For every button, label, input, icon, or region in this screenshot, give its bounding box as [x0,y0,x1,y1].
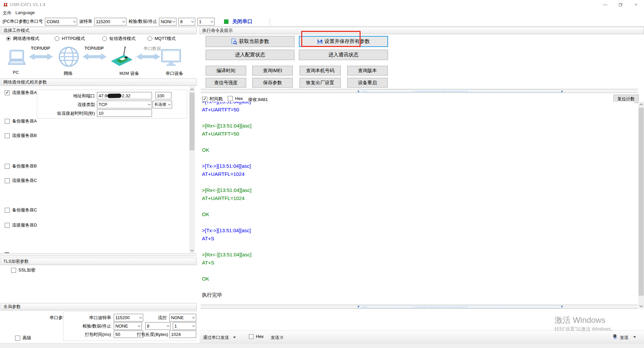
scroll-down-icon[interactable] [638,303,644,309]
enter-config-button[interactable]: 进入配置状态 [206,50,294,60]
menu-language[interactable]: Language [15,10,35,15]
query-phone-number-button[interactable]: 查询本机号码 [300,66,341,76]
query-version-button[interactable]: 查询版本 [347,66,388,76]
scrollbar-thumb[interactable] [639,108,644,296]
chevron-down-icon [211,19,213,22]
query-imei-button[interactable]: 查询IMEI [252,66,293,76]
device-restart-button[interactable]: 设备重启 [347,78,388,88]
params-scrollbar[interactable] [189,87,195,253]
checkbox-connect-server-c[interactable]: 连接服务器C [5,178,37,184]
send-via-serial-button[interactable]: 通过串口发送 [203,335,229,341]
toolbar-divider [270,17,270,26]
mode-mqtt[interactable]: MQTT模式 [148,36,176,42]
log-line: OK [202,275,634,283]
log-hscrollbar-bottom[interactable] [201,305,638,309]
search-doc-icon [231,39,237,45]
checkbox-connect-server-a[interactable]: 连接服务器A [5,90,37,96]
checkbox-advanced[interactable]: 高级 [15,335,31,341]
scrollbar-dots [361,91,560,92]
checkbox-icon [5,90,10,95]
checkbox-backup-server-b[interactable]: 备份服务器B [5,163,37,169]
radio-icon [148,36,152,41]
checkbox-backup-server-c[interactable]: 备份服务器C [5,207,37,213]
mode-httpd[interactable]: HTTPD模式 [55,36,85,42]
baud-select[interactable]: 115200 [94,18,126,26]
log-line [202,202,634,210]
checkbox-connect-server-d[interactable]: 连接服务器D [5,222,37,228]
checkbox-hex-send[interactable]: Hex [249,334,264,339]
short-conn-timeout-label: 短连接超时时间(秒) [37,110,95,116]
keepalive-select[interactable]: 长连接 [153,101,172,108]
scrollbar-thumb[interactable] [190,93,195,150]
close-port-button[interactable]: 关闭串口 [232,18,252,25]
get-params-button[interactable]: 获取当前参数 [206,36,294,47]
link-label-tcpudp-2: TCP/UDP [85,46,104,51]
checkbox-icon [228,96,233,101]
redaction-mark [107,93,121,98]
server-a-port-input[interactable] [155,92,171,99]
uart-stopbits-select[interactable]: 1 [173,322,196,330]
radio-icon [102,36,107,41]
stopbits-select[interactable]: 1 [197,18,215,26]
server-a-address-input[interactable]: 47.92.32 [97,92,152,99]
set-save-params-button[interactable]: 设置并保存所有参数 [299,36,388,47]
compile-time-button[interactable]: 编译时间 [206,66,246,76]
node-label-m2m: M2M 设备 [119,70,139,77]
dropdown-arrow-icon[interactable] [233,337,236,338]
close-button[interactable]: × [628,0,644,9]
checkbox-timestamp[interactable]: 时间戳 [202,96,223,102]
chevron-down-icon [168,103,171,105]
settings-panel: 选择工作模式 网络透传模式 HTTPD模式 短信透传模式 MQTT模式 TCP/… [0,27,197,348]
work-mode-header: 选择工作模式 [1,27,197,34]
save-params-button[interactable]: 保存参数 [252,78,293,88]
uart-parity-select[interactable]: NONE [114,322,142,330]
arrow-icon [136,53,160,60]
databits-select[interactable]: 8 [178,18,195,26]
log-line: AT+UARTFT=50 [202,106,634,114]
baud-label: 波特率 [79,18,92,24]
send-button[interactable]: 发送 [620,335,629,341]
pack-len-input[interactable] [169,331,196,338]
menu-file[interactable]: 文件 [3,10,11,16]
log-line: >[Tx->][13:51:04][asc] [202,162,634,170]
scroll-up-icon[interactable] [638,102,644,107]
dropdown-arrow-icon[interactable] [633,336,636,338]
log-hscrollbar-top[interactable] [201,89,638,93]
restore-icon [619,3,623,7]
minimize-button[interactable]: — [597,0,613,9]
log-vscrollbar[interactable] [638,102,644,309]
query-signal-button[interactable]: 查信号强度 [206,78,246,88]
factory-reset-button[interactable]: 恢复出厂设置 [300,78,341,88]
log-line: >[Rx<-][13:51:04][asc] [202,186,634,194]
scroll-up-icon[interactable] [189,87,195,92]
flow-select[interactable]: NONE [169,314,196,321]
checkbox-connect-server-b[interactable]: 连接服务器B [5,133,37,139]
scroll-down-icon[interactable] [189,247,195,253]
com-port-select[interactable]: COM3 [45,18,77,26]
parity-select[interactable]: NONI [159,18,176,26]
section-separator [0,254,197,256]
restore-button[interactable] [613,0,628,9]
checkbox-ssl[interactable]: SSL加密 [11,267,36,273]
checkbox-hex-recv[interactable]: Hex [228,96,243,101]
checkbox-icon [5,223,10,228]
chevron-down-icon [192,324,195,327]
log-line [202,138,634,146]
scrollbar-thumb[interactable] [357,305,563,308]
log-line [202,243,634,251]
node-label-serial-device: 串口设备 [166,70,183,77]
enter-comm-button[interactable]: 进入通讯状态 [299,50,388,60]
radio-icon [6,36,11,41]
uart-databits-select[interactable]: 8 [145,322,171,330]
checkbox-backup-server-a[interactable]: 备份服务器A [5,118,37,124]
scrollbar-thumb[interactable] [357,90,563,93]
conn-type-select[interactable]: TCP [97,101,152,108]
mode-net-transparent[interactable]: 网络透传模式 [6,36,39,42]
mode-sms[interactable]: 短信透传模式 [102,36,136,42]
global-params-header: 全局参数 [1,303,197,310]
log-output[interactable]: >[Tx->][13:51:04][asc]AT+UARTFT=50 >[Rx<… [201,102,634,305]
uart-baud-select[interactable]: 115200 [114,314,143,321]
serial-toolbar: [PC串口参数]:串口号 COM3 波特率 115200 检验/数据/停止 NO… [0,17,644,27]
short-conn-timeout-input[interactable] [97,109,152,117]
scroll-arrow-icon [358,306,360,308]
